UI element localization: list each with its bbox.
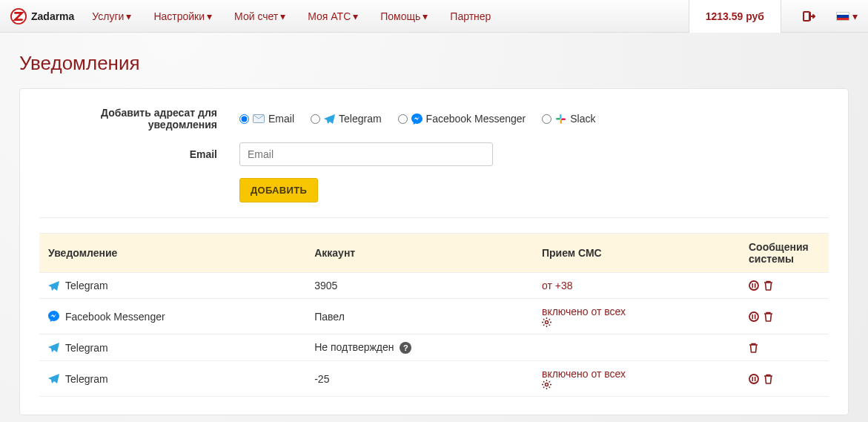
actions-cell xyxy=(740,273,829,299)
trash-icon[interactable] xyxy=(763,374,773,384)
separator xyxy=(39,217,829,218)
messenger-icon xyxy=(411,113,423,125)
channel-fb-radio[interactable] xyxy=(398,114,408,124)
svg-point-10 xyxy=(545,321,548,324)
th-notification: Уведомление xyxy=(39,234,305,273)
add-recipient-label: Добавить адресат для уведомления xyxy=(39,107,239,131)
nav-help[interactable]: Помощь▾ xyxy=(380,10,428,22)
service-name: Telegram xyxy=(65,373,108,385)
sms-setting-link[interactable]: включено от всех xyxy=(542,306,626,317)
telegram-icon xyxy=(324,114,335,124)
trash-icon[interactable] xyxy=(749,343,758,353)
email-input[interactable] xyxy=(239,142,493,166)
svg-rect-16 xyxy=(752,377,754,381)
caret-down-icon: ▾ xyxy=(852,10,858,22)
svg-point-15 xyxy=(749,375,758,383)
trash-icon[interactable] xyxy=(763,280,773,291)
telegram-icon xyxy=(48,281,59,291)
gear-icon[interactable] xyxy=(542,317,731,327)
pause-icon[interactable] xyxy=(749,374,759,384)
channel-telegram-radio[interactable] xyxy=(311,114,320,124)
add-button[interactable]: ДОБАВИТЬ xyxy=(239,178,318,202)
nav-menu: Услуги▾ Настройки▾ Мой счет▾ Моя АТС▾ По… xyxy=(92,10,688,22)
brand-logo[interactable]: Zadarma xyxy=(10,8,74,24)
svg-rect-17 xyxy=(755,377,756,381)
nav-partner[interactable]: Партнер xyxy=(450,10,491,22)
account-cell: Не подтвержден ? xyxy=(305,334,533,361)
svg-point-14 xyxy=(545,383,548,386)
caret-down-icon: ▾ xyxy=(126,10,131,22)
slack-icon xyxy=(555,113,566,125)
sms-cell: от +38 xyxy=(533,273,740,299)
logout-button[interactable] xyxy=(802,10,815,22)
fb-icon xyxy=(48,311,59,322)
channel-slack-radio[interactable] xyxy=(542,114,551,124)
channel-slack[interactable]: Slack xyxy=(542,113,595,125)
page-title: Уведомления xyxy=(19,52,849,75)
pause-icon[interactable] xyxy=(749,280,759,291)
svg-rect-4 xyxy=(556,118,560,120)
pause-icon[interactable] xyxy=(749,311,759,322)
notifications-panel: Добавить адресат для уведомления Email T… xyxy=(19,88,849,415)
th-sysmsg: Сообщения системы xyxy=(740,234,829,273)
channel-telegram[interactable]: Telegram xyxy=(311,113,382,125)
caret-down-icon: ▾ xyxy=(280,10,285,22)
sms-setting-link[interactable]: от +38 xyxy=(542,280,573,291)
zadarma-logo-icon xyxy=(10,8,27,24)
svg-point-11 xyxy=(749,312,758,321)
brand-name: Zadarma xyxy=(31,10,74,22)
nav-pbx[interactable]: Моя АТС▾ xyxy=(308,10,358,22)
svg-rect-8 xyxy=(752,283,754,288)
service-name: Telegram xyxy=(65,342,108,354)
svg-rect-1 xyxy=(804,12,809,21)
svg-rect-12 xyxy=(752,314,754,319)
nav-account[interactable]: Мой счет▾ xyxy=(234,10,285,22)
trash-icon[interactable] xyxy=(763,311,773,322)
channel-radio-group: Email Telegram Facebook Messenger Slack xyxy=(239,113,595,125)
account-cell: Павел xyxy=(305,299,533,334)
account-cell: 3905 xyxy=(305,273,533,299)
svg-point-7 xyxy=(749,281,758,290)
actions-cell xyxy=(740,299,829,334)
account-cell: -25 xyxy=(305,361,533,397)
sms-cell xyxy=(533,334,740,361)
lang-switch[interactable]: ▾ xyxy=(836,10,858,22)
svg-rect-13 xyxy=(755,314,756,319)
balance[interactable]: 1213.59 руб xyxy=(689,0,781,33)
flag-ru-icon xyxy=(836,12,849,21)
email-field-label: Email xyxy=(39,148,239,160)
svg-rect-3 xyxy=(560,114,562,119)
nav-right: ▾ xyxy=(781,10,858,22)
nav-settings[interactable]: Настройки▾ xyxy=(153,10,212,22)
logout-icon xyxy=(802,10,815,22)
channel-email[interactable]: Email xyxy=(239,113,294,125)
actions-cell xyxy=(740,334,829,361)
table-row: Facebook MessengerПавелвключено от всех xyxy=(39,299,829,334)
table-row: Telegram-25включено от всех xyxy=(39,361,829,397)
svg-rect-6 xyxy=(561,118,566,120)
channel-fb[interactable]: Facebook Messenger xyxy=(398,113,526,125)
table-row: TelegramНе подтвержден ? xyxy=(39,334,829,361)
svg-rect-5 xyxy=(560,119,563,124)
sms-setting-link[interactable]: включено от всех xyxy=(542,368,626,380)
notifications-table: Уведомление Аккаунт Прием СМС Сообщения … xyxy=(39,233,829,397)
th-account: Аккаунт xyxy=(305,234,533,273)
page-body: Уведомления Добавить адресат для уведомл… xyxy=(0,33,868,422)
gear-icon[interactable] xyxy=(542,380,731,389)
table-row: Telegram3905от +38 xyxy=(39,273,829,299)
nav-services[interactable]: Услуги▾ xyxy=(92,10,131,22)
sms-cell: включено от всех xyxy=(533,299,740,334)
service-name: Facebook Messenger xyxy=(65,311,165,323)
caret-down-icon: ▾ xyxy=(423,10,428,22)
th-sms: Прием СМС xyxy=(533,234,740,273)
channel-email-radio[interactable] xyxy=(239,114,249,124)
email-icon xyxy=(253,114,265,123)
caret-down-icon: ▾ xyxy=(353,10,358,22)
service-name: Telegram xyxy=(65,280,108,291)
help-icon[interactable]: ? xyxy=(400,342,411,354)
telegram-icon xyxy=(48,343,59,352)
sms-cell: включено от всех xyxy=(533,361,740,397)
actions-cell xyxy=(740,361,829,397)
telegram-icon xyxy=(48,374,59,383)
navbar: Zadarma Услуги▾ Настройки▾ Мой счет▾ Моя… xyxy=(0,0,868,33)
